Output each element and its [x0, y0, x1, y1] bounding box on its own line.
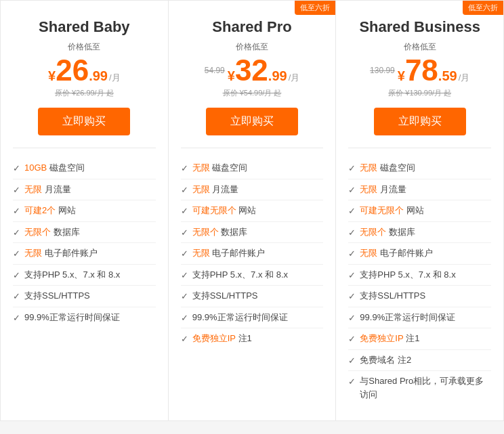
- price-period-pro: /月: [289, 73, 300, 82]
- feature-highlight: 可建无限个: [360, 205, 404, 215]
- price-decimal-business: .59: [438, 69, 457, 83]
- list-item: ✓支持SSL/HTTPS: [181, 285, 324, 307]
- price-period-business: /月: [459, 73, 470, 82]
- buy-button-baby[interactable]: 立即购买: [38, 108, 130, 135]
- list-item: ✓无限 磁盘空间: [181, 158, 324, 179]
- feature-text: 10GB 磁盘空间: [24, 161, 85, 175]
- check-icon: ✓: [181, 183, 188, 197]
- check-icon: ✓: [181, 269, 188, 282]
- badge-business: 低至六折: [463, 1, 503, 15]
- list-item: ✓免费独立IP 注1: [348, 328, 491, 349]
- check-icon: ✓: [348, 247, 356, 261]
- price-label-business: 价格低至: [404, 41, 436, 53]
- feature-highlight: 无限: [192, 162, 210, 173]
- list-item: ✓无限 电子邮件账户: [13, 242, 156, 264]
- check-icon: ✓: [13, 204, 20, 218]
- price-main-pro: 54.99¥32.99/月: [205, 56, 300, 85]
- list-item: ✓免费域名 注2: [348, 349, 491, 371]
- feature-text: 无限 电子邮件账户: [192, 246, 266, 260]
- feature-text: 无限 月流量: [360, 183, 406, 196]
- feature-highlight: 无限: [192, 184, 210, 194]
- check-icon: ✓: [13, 311, 20, 325]
- check-icon: ✓: [348, 162, 356, 175]
- list-item: ✓支持SSL/HTTPS: [348, 285, 491, 307]
- list-item: ✓无限 月流量: [181, 179, 324, 200]
- price-integer-pro: 32: [235, 56, 268, 85]
- list-item: ✓10GB 磁盘空间: [13, 158, 156, 179]
- list-item: ✓可建无限个 网站: [348, 200, 491, 221]
- price-integer-baby: 26: [56, 56, 89, 85]
- check-icon: ✓: [348, 311, 356, 325]
- feature-text: 可建2个 网站: [24, 204, 76, 217]
- price-integer-business: 78: [405, 56, 438, 85]
- list-item: ✓无限 月流量: [348, 179, 491, 200]
- price-currency-baby: ¥: [48, 69, 56, 83]
- original-price-pro: 原价 ¥54.99/月 起: [223, 88, 282, 98]
- feature-text: 无限 月流量: [24, 183, 71, 196]
- feature-text: 无限个 数据库: [24, 225, 80, 239]
- check-icon: ✓: [181, 332, 188, 346]
- check-icon: ✓: [181, 162, 188, 175]
- check-icon: ✓: [13, 247, 20, 261]
- divider-business: [348, 148, 491, 148]
- check-icon: ✓: [13, 226, 20, 240]
- feature-text: 支持PHP 5.x、7.x 和 8.x: [192, 268, 288, 282]
- feature-text: 无限 电子邮件账户: [360, 246, 433, 260]
- list-item: ✓免费独立IP 注1: [181, 328, 324, 349]
- plans-container: Shared Baby价格低至¥26.99/月原价 ¥26.99/月 起立即购买…: [0, 0, 504, 421]
- plan-card-pro: 低至六折Shared Pro价格低至54.99¥32.99/月原价 ¥54.99…: [169, 0, 337, 421]
- list-item: ✓可建2个 网站: [13, 200, 156, 221]
- check-icon: ✓: [181, 311, 188, 325]
- feature-highlight: 无限: [360, 162, 377, 173]
- price-label-pro: 价格低至: [236, 41, 268, 53]
- feature-highlight: 可建无限个: [192, 205, 236, 215]
- check-icon: ✓: [13, 269, 20, 282]
- buy-button-pro[interactable]: 立即购买: [206, 108, 298, 135]
- list-item: ✓支持PHP 5.x、7.x 和 8.x: [348, 264, 491, 286]
- price-currency-business: ¥: [398, 69, 405, 83]
- feature-text: 支持SSL/HTTPS: [192, 289, 258, 303]
- feature-text: 无限 电子邮件账户: [24, 246, 98, 260]
- plan-name-business: Shared Business: [359, 18, 480, 36]
- feature-text: 可建无限个 网站: [192, 204, 257, 217]
- list-item: ✓无限 月流量: [13, 179, 156, 200]
- check-icon: ✓: [348, 183, 356, 197]
- buy-button-business[interactable]: 立即购买: [374, 108, 466, 135]
- price-currency-pro: ¥: [228, 69, 235, 83]
- list-item: ✓99.9%正常运行时间保证: [13, 307, 156, 328]
- original-price-baby: 原价 ¥26.99/月 起: [55, 88, 114, 98]
- plan-card-baby: Shared Baby价格低至¥26.99/月原价 ¥26.99/月 起立即购买…: [0, 0, 169, 421]
- price-period-baby: /月: [109, 73, 121, 82]
- feature-text: 免费域名 注2: [360, 353, 411, 367]
- feature-highlight: 无限个: [24, 227, 51, 237]
- plan-name-baby: Shared Baby: [39, 18, 130, 36]
- features-list-baby: ✓10GB 磁盘空间✓无限 月流量✓可建2个 网站✓无限个 数据库✓无限 电子邮…: [13, 158, 156, 328]
- list-item: ✓可建无限个 网站: [181, 200, 324, 221]
- list-item: ✓支持PHP 5.x、7.x 和 8.x: [13, 264, 156, 286]
- feature-highlight: 无限: [360, 248, 377, 258]
- badge-pro: 低至六折: [295, 1, 335, 15]
- feature-text: 99.9%正常运行时间保证: [192, 311, 288, 324]
- feature-text: 无限 磁盘空间: [360, 161, 415, 175]
- feature-text: 99.9%正常运行时间保证: [360, 311, 455, 324]
- list-item: ✓无限个 数据库: [13, 221, 156, 243]
- list-item: ✓支持SSL/HTTPS: [13, 285, 156, 307]
- plan-name-pro: Shared Pro: [212, 18, 291, 36]
- check-icon: ✓: [348, 204, 356, 218]
- feature-highlight: 无限: [24, 184, 42, 194]
- price-main-business: 130.99¥78.59/月: [370, 56, 469, 85]
- feature-highlight: 可建2个: [24, 205, 56, 215]
- original-inline-business: 130.99: [370, 66, 395, 74]
- list-item: ✓与Shared Pro相比，可承载更多访问: [348, 370, 491, 404]
- check-icon: ✓: [13, 162, 20, 175]
- list-item: ✓无限个 数据库: [348, 221, 491, 243]
- divider-baby: [13, 148, 156, 148]
- list-item: ✓99.9%正常运行时间保证: [348, 307, 491, 328]
- check-icon: ✓: [181, 204, 188, 218]
- feature-text: 支持SSL/HTTPS: [24, 289, 90, 303]
- price-decimal-baby: .99: [89, 69, 108, 83]
- feature-highlight: 10GB: [24, 162, 47, 173]
- list-item: ✓无限 磁盘空间: [348, 158, 491, 179]
- list-item: ✓99.9%正常运行时间保证: [181, 307, 324, 328]
- features-list-pro: ✓无限 磁盘空间✓无限 月流量✓可建无限个 网站✓无限个 数据库✓无限 电子邮件…: [181, 158, 324, 349]
